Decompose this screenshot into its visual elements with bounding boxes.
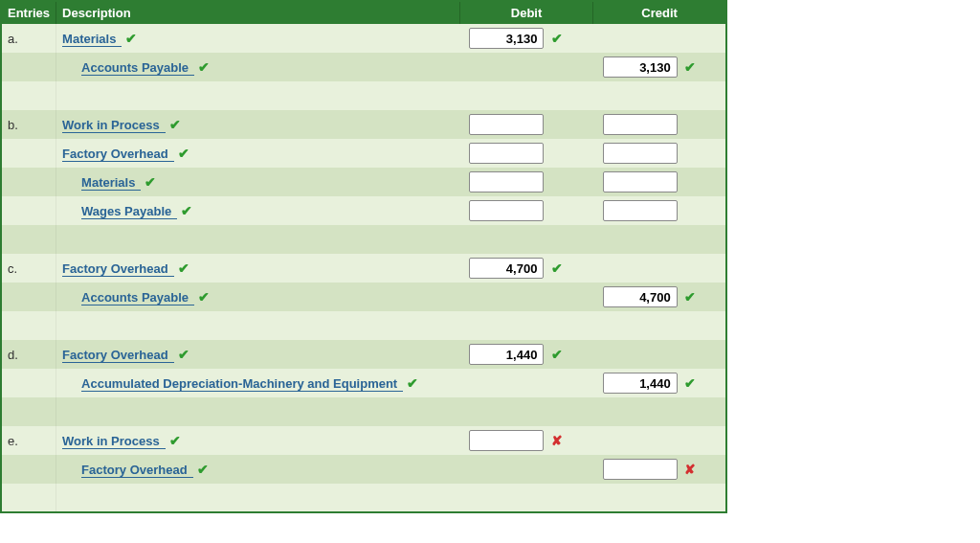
description-cell: Factory Overhead✔ xyxy=(56,254,460,283)
debit-input[interactable] xyxy=(469,171,544,192)
credit-cell xyxy=(593,225,726,254)
description-cell: Materials✔ xyxy=(56,24,460,53)
table-row: Materials✔ xyxy=(1,168,726,196)
debit-check-icon: ✔ xyxy=(551,31,563,46)
entry-label xyxy=(1,484,56,512)
account-link[interactable]: Accounts Payable xyxy=(81,60,194,76)
credit-cell xyxy=(593,426,726,455)
debit-cell xyxy=(459,311,592,340)
debit-input[interactable] xyxy=(469,430,544,451)
account-link[interactable]: Factory Overhead xyxy=(62,261,174,277)
account-check-icon: ✔ xyxy=(407,375,418,391)
credit-input[interactable] xyxy=(603,200,678,221)
credit-input[interactable] xyxy=(603,171,678,192)
debit-check-icon: ✔ xyxy=(551,347,563,362)
credit-cross-icon: ✘ xyxy=(684,462,696,477)
debit-cell xyxy=(459,168,592,196)
credit-check-icon: ✔ xyxy=(684,289,696,305)
description-cell: Wages Payable✔ xyxy=(56,196,460,225)
credit-cell xyxy=(593,340,726,369)
description-cell xyxy=(56,397,460,426)
description-cell: Work in Process✔ xyxy=(56,110,460,139)
description-cell: Accounts Payable✔ xyxy=(56,283,460,311)
account-check-icon: ✔ xyxy=(145,174,156,190)
credit-cell: ✔ xyxy=(593,53,726,81)
header-credit: Credit xyxy=(593,1,726,24)
table-row: Accounts Payable✔ ✔ xyxy=(1,53,726,81)
credit-input[interactable] xyxy=(603,459,678,480)
entry-label xyxy=(1,168,56,196)
debit-input[interactable] xyxy=(469,114,544,135)
entry-label xyxy=(1,455,56,484)
account-link[interactable]: Work in Process xyxy=(62,434,166,449)
table-row xyxy=(1,484,726,512)
debit-input[interactable] xyxy=(469,200,544,221)
account-link[interactable]: Accounts Payable xyxy=(81,290,194,305)
entry-label xyxy=(1,196,56,225)
account-check-icon: ✔ xyxy=(169,433,181,448)
credit-cell xyxy=(593,24,726,53)
debit-cell: ✔ xyxy=(459,24,592,53)
account-check-icon: ✔ xyxy=(125,31,137,46)
credit-cell: ✔ xyxy=(593,369,726,397)
table-row: b.Work in Process✔ xyxy=(1,110,726,139)
debit-input[interactable] xyxy=(469,344,544,365)
description-cell: Accumulated Depreciation-Machinery and E… xyxy=(56,369,460,397)
entry-label: b. xyxy=(1,110,56,139)
credit-input[interactable] xyxy=(603,57,678,78)
account-link[interactable]: Work in Process xyxy=(62,118,166,133)
table-row: Accumulated Depreciation-Machinery and E… xyxy=(1,369,726,397)
account-check-icon: ✔ xyxy=(181,203,192,218)
description-cell: Materials✔ xyxy=(56,168,460,196)
debit-cell: ✘ xyxy=(459,426,592,455)
account-link[interactable]: Accumulated Depreciation-Machinery and E… xyxy=(81,376,403,392)
table-row: a.Materials✔ ✔ xyxy=(1,24,726,53)
description-cell: Factory Overhead✔ xyxy=(56,340,460,369)
description-cell xyxy=(56,81,460,110)
account-link[interactable]: Materials xyxy=(81,175,141,191)
credit-input[interactable] xyxy=(603,286,678,307)
account-check-icon: ✔ xyxy=(198,59,210,75)
account-link[interactable]: Factory Overhead xyxy=(62,348,174,363)
table-row: Factory Overhead✔ xyxy=(1,139,726,168)
entry-label xyxy=(1,139,56,168)
table-row: c.Factory Overhead✔ ✔ xyxy=(1,254,726,283)
account-link[interactable]: Factory Overhead xyxy=(62,147,174,162)
credit-input[interactable] xyxy=(603,373,678,394)
table-row: d.Factory Overhead✔ ✔ xyxy=(1,340,726,369)
debit-cell xyxy=(459,397,592,426)
entry-label xyxy=(1,283,56,311)
credit-input[interactable] xyxy=(603,114,678,135)
entry-label: a. xyxy=(1,24,56,53)
credit-cell: ✘ xyxy=(593,455,726,484)
description-cell xyxy=(56,311,460,340)
header-description: Description xyxy=(56,1,460,24)
debit-cell xyxy=(459,484,592,512)
credit-cell: ✔ xyxy=(593,283,726,311)
table-row xyxy=(1,397,726,426)
credit-cell xyxy=(593,196,726,225)
account-link[interactable]: Wages Payable xyxy=(81,204,177,219)
table-row: Accounts Payable✔ ✔ xyxy=(1,283,726,311)
table-row xyxy=(1,81,726,110)
account-link[interactable]: Factory Overhead xyxy=(81,463,193,478)
credit-cell xyxy=(593,110,726,139)
credit-cell xyxy=(593,484,726,512)
description-cell xyxy=(56,225,460,254)
table-row: Factory Overhead✔ ✘ xyxy=(1,455,726,484)
credit-check-icon: ✔ xyxy=(684,375,696,391)
table-row: e.Work in Process✔ ✘ xyxy=(1,426,726,455)
debit-input[interactable] xyxy=(469,258,544,279)
debit-input[interactable] xyxy=(469,143,544,164)
journal-entries-table: Entries Description Debit Credit a.Mater… xyxy=(0,0,727,513)
debit-cross-icon: ✘ xyxy=(551,433,563,448)
credit-cell xyxy=(593,139,726,168)
header-debit: Debit xyxy=(459,1,592,24)
credit-cell xyxy=(593,311,726,340)
debit-input[interactable] xyxy=(469,28,544,49)
entry-label xyxy=(1,81,56,110)
credit-input[interactable] xyxy=(603,143,678,164)
account-check-icon: ✔ xyxy=(178,146,189,161)
account-link[interactable]: Materials xyxy=(62,32,122,47)
description-cell: Factory Overhead✔ xyxy=(56,455,460,484)
